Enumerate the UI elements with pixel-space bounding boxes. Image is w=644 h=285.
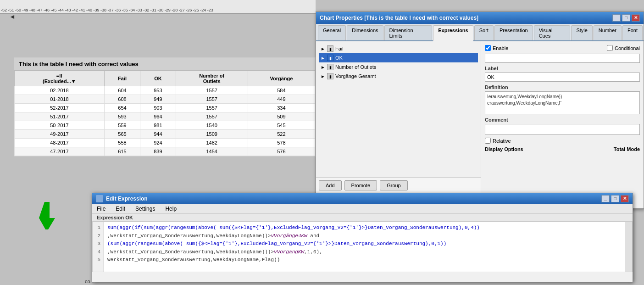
menu-edit[interactable]: Edit: [114, 205, 127, 212]
col-header-2: OK: [140, 71, 176, 86]
data-table: =If(Excluded...▼ Fail OK Number ofOutlet…: [14, 71, 315, 156]
total-mode-label: Total Mode: [614, 146, 640, 152]
expressions-list: ►▮Fail►▮OK►▮Number of Outlets►▮Vorgänge …: [316, 41, 481, 84]
tab-number[interactable]: Number: [594, 25, 622, 40]
edit-expression-dialog: Edit Expression _ □ ✕ File Edit Settings…: [92, 193, 633, 282]
chart-props-title: Chart Properties [This is the table I ne…: [320, 15, 478, 21]
table-cell-1: 604: [104, 86, 140, 95]
menu-file[interactable]: File: [95, 205, 107, 212]
edit-minimize-button[interactable]: _: [601, 195, 610, 202]
table-cell-2: 949: [140, 95, 176, 104]
minimize-button[interactable]: _: [612, 14, 621, 22]
enable-checkbox[interactable]: [485, 45, 491, 51]
tab-general[interactable]: General: [318, 25, 346, 40]
table-cell-2: 903: [140, 104, 176, 112]
edit-window-controls: _ □ ✕: [601, 195, 629, 202]
relative-checkbox[interactable]: [485, 138, 491, 144]
label-input-row: [485, 73, 640, 82]
table-cell-2: 944: [140, 130, 176, 139]
tab-visual-cues[interactable]: Visual Cues: [534, 25, 571, 40]
table-cell-4: 576: [248, 147, 315, 156]
add-button[interactable]: Add: [319, 180, 342, 190]
table-row: 52-20176549031557334: [15, 104, 315, 112]
expression-buttons: Add Promote Group: [316, 177, 481, 193]
table-cell-0: 49-2017: [15, 130, 105, 139]
ruler: -52 -51 -50 -49 -48 -47 -46 -45 -44 -43 …: [0, 0, 316, 14]
expr-label-2: Number of Outlets: [335, 64, 376, 70]
expr-icon-2: ▮: [327, 64, 333, 70]
tab-sort[interactable]: Sort: [474, 25, 494, 40]
window-controls: _ □ ✕: [612, 14, 640, 22]
table-cell-4: 584: [248, 86, 315, 95]
edit-titlebar: Edit Expression _ □ ✕: [92, 193, 633, 204]
ruler-left-arrow: ◄: [9, 13, 16, 20]
table-cell-1: 593: [104, 112, 140, 121]
table-row: 48-20175589241482578: [15, 139, 315, 147]
col-header-3: Number ofOutlets: [176, 71, 248, 86]
expr-icon-1: ▮: [327, 55, 333, 61]
tab-presentation[interactable]: Presentation: [494, 25, 533, 40]
expr-label-0: Fail: [335, 46, 344, 51]
group-button[interactable]: Group: [380, 180, 408, 190]
table-cell-2: 964: [140, 112, 176, 121]
table-cell-0: 50-2017: [15, 121, 105, 130]
expr-item-1[interactable]: ►▮OK: [319, 53, 478, 62]
edit-menubar: File Edit Settings Help: [92, 204, 633, 214]
edit-restore-button[interactable]: □: [611, 195, 619, 202]
label-section-title: Label: [485, 66, 640, 71]
menu-help[interactable]: Help: [163, 205, 178, 212]
table-cell-3: 1557: [176, 95, 248, 104]
table-cell-0: 52-2017: [15, 104, 105, 112]
table-row: 49-20175659441509522: [15, 130, 315, 139]
edit-close-button[interactable]: ✕: [621, 195, 629, 202]
table-cell-1: 565: [104, 130, 140, 139]
table-cell-0: 02-2018: [15, 86, 105, 95]
promote-button[interactable]: Promote: [344, 180, 378, 190]
edit-dialog-icon: [96, 195, 103, 202]
right-panel: Enable Conditional Label Definition Iera…: [481, 41, 644, 209]
restore-button[interactable]: □: [622, 14, 630, 22]
table-cell-3: 1557: [176, 86, 248, 95]
table-title: This is the table I need with correct va…: [14, 58, 315, 71]
table-cell-3: 1454: [176, 147, 248, 156]
menu-settings[interactable]: Settings: [133, 205, 157, 212]
scrollbar-right[interactable]: [625, 222, 632, 272]
data-table-container: This is the table I need with correct va…: [14, 57, 316, 156]
tab-dimension-limits[interactable]: Dimension Limits: [384, 25, 433, 40]
table-cell-1: 615: [104, 147, 140, 156]
code-content: sum(aggr(if(sum(aggr(rangesum(above( sum…: [104, 222, 625, 272]
conditional-checkbox[interactable]: [607, 45, 613, 51]
conditional-label: Conditional: [615, 45, 640, 51]
expr-item-2[interactable]: ►▮Number of Outlets: [319, 62, 478, 72]
table-cell-3: 1509: [176, 130, 248, 139]
table-cell-0: 47-2017: [15, 147, 105, 156]
col-header-4: Vorgänge: [248, 71, 315, 86]
table-cell-2: 839: [140, 147, 176, 156]
tab-bar: General Dimensions Dimension Limits Expr…: [316, 24, 644, 41]
expr-label-1: OK: [335, 55, 343, 61]
code-editor[interactable]: 12345 sum(aggr(if(sum(aggr(rangesum(abov…: [92, 222, 633, 272]
table-cell-3: 1540: [176, 121, 248, 130]
close-button[interactable]: ✕: [632, 14, 640, 22]
conditional-input[interactable]: [485, 54, 640, 63]
tab-style[interactable]: Style: [571, 25, 592, 40]
table-cell-4: 522: [248, 130, 315, 139]
table-cell-1: 608: [104, 95, 140, 104]
expr-label-3: Vorgänge Gesamt: [335, 73, 376, 79]
expr-item-3[interactable]: ►▮Vorgänge Gesamt: [319, 72, 478, 81]
tab-expressions[interactable]: Expressions: [433, 25, 473, 41]
line-numbers: 12345: [93, 222, 104, 272]
table-cell-2: 981: [140, 121, 176, 130]
label-input[interactable]: [485, 73, 640, 82]
expr-item-0[interactable]: ►▮Fail: [319, 44, 478, 53]
tab-font[interactable]: Font: [622, 25, 643, 40]
expr-expand-0: ►: [321, 46, 326, 51]
comment-input[interactable]: [485, 124, 640, 135]
col-header-0: =If(Excluded...▼: [15, 71, 105, 86]
tab-dimensions[interactable]: Dimensions: [347, 25, 383, 40]
expr-expand-3: ►: [321, 74, 326, 79]
table-cell-4: 578: [248, 139, 315, 147]
expr-icon-3: ▮: [327, 73, 333, 79]
table-cell-0: 48-2017: [15, 139, 105, 147]
table-cell-4: 545: [248, 121, 315, 130]
